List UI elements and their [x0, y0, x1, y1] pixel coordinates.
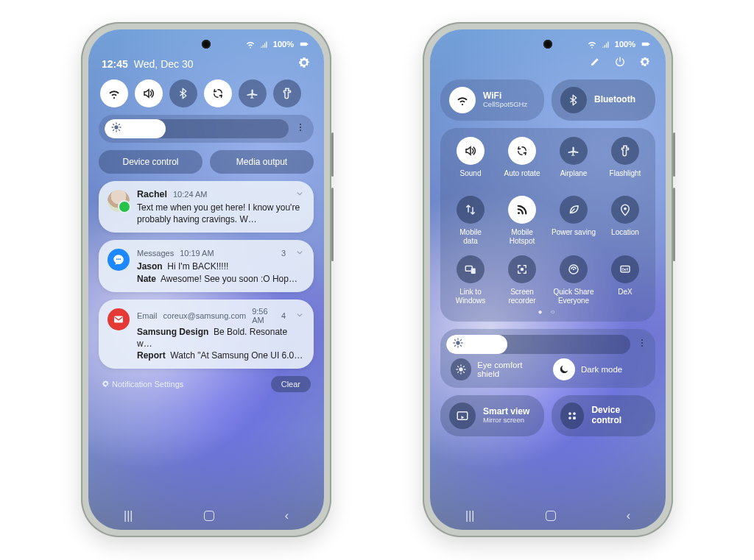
back-button[interactable]: ‹ — [285, 509, 289, 522]
device-control-tile[interactable]: Device control — [552, 395, 655, 436]
tile-label: DeX — [618, 288, 632, 304]
flashlight-icon — [281, 87, 294, 100]
airplane-icon — [246, 87, 259, 100]
brightness-more-icon[interactable] — [636, 337, 648, 352]
tile-label: Power saving — [552, 228, 596, 244]
quick-toggle[interactable] — [100, 79, 128, 107]
dark-mode-icon — [553, 358, 575, 380]
wifi-tile[interactable]: WiFi CellSpot5GHz — [440, 79, 544, 121]
clear-notifications-button[interactable]: Clear — [271, 376, 311, 392]
battery-icon — [639, 39, 652, 49]
display-panel: Eye comfort shield Dark mode — [440, 329, 655, 388]
quick-settings-tile[interactable]: MobileHotspot — [496, 196, 548, 245]
brightness-slider[interactable] — [99, 115, 314, 143]
device-control-button[interactable]: Device control — [99, 150, 202, 174]
device-control-icon — [560, 403, 584, 429]
mobiledata-icon — [464, 203, 477, 216]
tile-label: Quick ShareEveryone — [553, 288, 593, 305]
quick-settings-tile[interactable]: Quick ShareEveryone — [548, 255, 599, 305]
datetime-header: 12:45 Wed, Dec 30 — [102, 58, 193, 70]
tile-label: Airplane — [560, 169, 588, 185]
quick-settings-tile[interactable]: Auto rotate — [496, 137, 548, 185]
settings-button[interactable] — [297, 56, 311, 72]
media-output-button[interactable]: Media output — [210, 150, 314, 174]
power-button[interactable] — [614, 56, 626, 71]
dex-icon — [619, 263, 632, 276]
home-button[interactable] — [204, 511, 214, 521]
notification-settings-link[interactable]: Notification Settings — [102, 380, 183, 389]
quick-settings-tile[interactable]: Screenrecorder — [496, 255, 548, 305]
clock-time: 12:45 — [102, 58, 128, 70]
quick-settings-tile[interactable]: Sound — [445, 137, 496, 185]
chevron-down-icon[interactable] — [295, 188, 305, 200]
phone-quick-settings: 100% WiFi CellSpot5GHz Bluet — [423, 22, 673, 537]
sound-icon — [142, 87, 155, 100]
quick-settings-tile[interactable]: Power saving — [548, 196, 599, 245]
quick-settings-tile[interactable]: Link toWindows — [445, 255, 496, 305]
flashlight-icon — [619, 144, 632, 157]
hotspot-icon — [515, 203, 529, 216]
quick-toggle[interactable] — [169, 79, 197, 107]
quick-toggle[interactable] — [135, 79, 163, 107]
brightness-icon — [452, 337, 464, 352]
screenrec-icon — [515, 263, 529, 276]
android-navbar: ||| ‹ — [430, 509, 666, 522]
quick-settings-tile[interactable]: Location — [599, 196, 651, 245]
dark-mode-toggle[interactable]: Dark mode — [553, 358, 645, 380]
bluetooth-icon — [177, 87, 190, 100]
rotate-icon — [211, 87, 225, 100]
quick-settings-tile[interactable]: Airplane — [548, 137, 599, 185]
quick-toggle[interactable] — [239, 79, 267, 107]
notification-address: coreux@samsung.com — [163, 311, 247, 320]
tile-label: MobileHotspot — [510, 228, 535, 245]
notification-app: Messages — [137, 249, 174, 258]
eye-comfort-toggle[interactable]: Eye comfort shield — [451, 358, 543, 380]
wifi-icon — [108, 87, 121, 100]
notification-count: 3 — [281, 249, 286, 258]
front-camera — [543, 40, 552, 49]
link-icon — [464, 263, 477, 276]
home-button[interactable] — [546, 511, 556, 521]
settings-button[interactable] — [639, 56, 651, 71]
quick-settings-tile[interactable]: Flashlight — [599, 137, 651, 185]
quick-toggle[interactable] — [273, 79, 301, 107]
recents-button[interactable]: ||| — [124, 509, 133, 522]
location-icon — [619, 203, 632, 216]
page-indicator: ● ○ — [445, 308, 651, 316]
signal-status-icon — [259, 39, 269, 49]
notification-time: 9:56 AM — [252, 307, 275, 325]
notification-sender: Rachel — [137, 189, 167, 199]
recents-button[interactable]: ||| — [465, 509, 474, 522]
front-camera — [202, 40, 211, 49]
tile-label: Sound — [460, 169, 482, 185]
notification-card[interactable]: Rachel 10:24 AM Text me when you get her… — [99, 181, 314, 233]
battery-icon — [297, 39, 311, 49]
chevron-down-icon[interactable] — [295, 310, 305, 322]
tile-label: Screenrecorder — [508, 288, 535, 305]
tile-label: Link toWindows — [456, 288, 486, 305]
bluetooth-tile[interactable]: Bluetooth — [552, 79, 655, 121]
back-button[interactable]: ‹ — [627, 509, 630, 522]
notification-card[interactable]: Email coreux@samsung.com 9:56 AM 4 Samsu… — [99, 300, 314, 369]
notification-card[interactable]: Messages 10:19 AM 3 Jason Hi I'm BACK!!!… — [99, 240, 314, 291]
wifi-icon — [449, 87, 476, 113]
edit-button[interactable] — [589, 56, 601, 71]
smart-view-tile[interactable]: Smart view Mirror screen — [440, 395, 544, 436]
notification-time: 10:24 AM — [173, 190, 207, 199]
eye-comfort-icon — [451, 358, 471, 380]
sound-icon — [464, 144, 477, 157]
quick-settings-tile[interactable]: Mobiledata — [445, 196, 496, 245]
quick-settings-tile[interactable]: DeX — [599, 255, 651, 305]
brightness-slider[interactable] — [446, 335, 630, 354]
brightness-icon — [110, 121, 122, 136]
brightness-more-icon[interactable] — [295, 121, 306, 136]
notification-count: 4 — [281, 311, 286, 320]
contact-avatar — [108, 190, 130, 212]
chevron-down-icon[interactable] — [295, 247, 305, 259]
tile-label: Auto rotate — [504, 169, 540, 185]
rotate-icon — [515, 144, 529, 157]
powersave-icon — [567, 203, 580, 216]
clock-date: Wed, Dec 30 — [134, 58, 194, 70]
quick-toggle[interactable] — [204, 79, 232, 107]
wifi-status-icon — [245, 39, 256, 49]
